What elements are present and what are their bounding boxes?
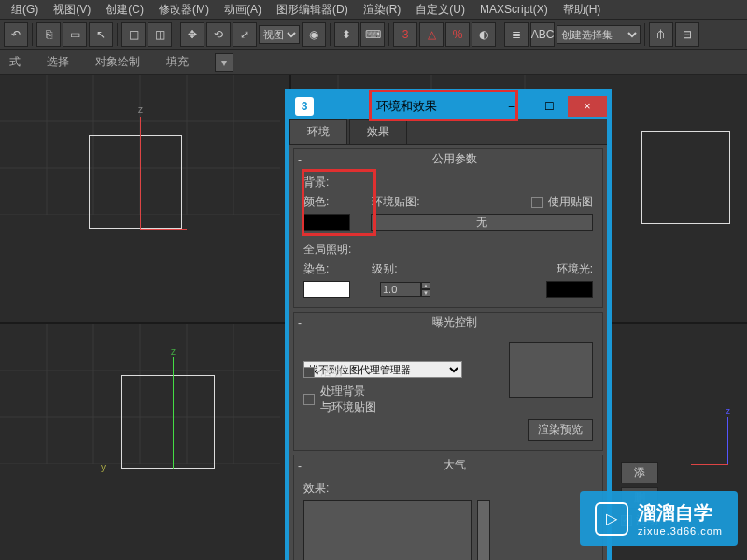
select-arrow-button[interactable]: ↖ xyxy=(89,22,113,47)
menu-group[interactable]: 组(G) xyxy=(4,2,46,18)
use-map-label: 使用贴图 xyxy=(548,194,593,210)
menu-modifiers[interactable]: 修改器(M) xyxy=(151,2,217,18)
use-map-checkbox[interactable] xyxy=(531,197,543,208)
maximize-button[interactable]: ☐ xyxy=(530,96,568,117)
collapse-icon[interactable]: - xyxy=(298,316,311,329)
keyboard-shortcut-button[interactable]: ⌨ xyxy=(360,22,385,47)
spinner-snap-button[interactable]: ◐ xyxy=(472,22,496,47)
named-selection-button[interactable]: ≣ xyxy=(504,22,529,47)
axis-z-label: z xyxy=(726,406,730,416)
collapse-icon[interactable]: - xyxy=(298,153,311,166)
collapse-icon[interactable]: - xyxy=(298,459,311,472)
ribbon-dropdown-icon[interactable]: ▾ xyxy=(215,53,233,72)
level-spinner[interactable]: ▲▼ xyxy=(380,282,430,297)
ambient-label: 环境光: xyxy=(557,261,593,277)
dialog-app-icon: 3 xyxy=(295,97,314,116)
menu-animation[interactable]: 动画(A) xyxy=(217,2,269,18)
play-icon: ▷ xyxy=(595,502,628,536)
snap-toggle-button[interactable]: 3 xyxy=(393,22,417,47)
minimize-button[interactable]: – xyxy=(493,96,530,117)
close-button[interactable]: × xyxy=(568,96,607,117)
menu-create[interactable]: 创建(C) xyxy=(98,2,151,18)
select-button[interactable]: ▭ xyxy=(63,22,87,47)
spinner-down-icon[interactable]: ▼ xyxy=(421,289,430,297)
color-label: 颜色: xyxy=(303,194,329,210)
env-map-button[interactable]: 无 xyxy=(371,214,593,231)
move-button[interactable]: ✥ xyxy=(180,22,204,47)
global-light-label: 全局照明: xyxy=(303,242,593,258)
active-checkbox[interactable] xyxy=(303,367,315,378)
reference-coord-select[interactable]: 视图 xyxy=(259,25,300,44)
crossing-select-button[interactable]: ◫ xyxy=(148,22,172,47)
axis-z xyxy=(727,417,728,464)
wireframe-box xyxy=(89,135,182,229)
dialog-tabs: 环境 效果 xyxy=(289,119,607,145)
section-title: 公用参数 xyxy=(311,151,599,167)
wireframe-box xyxy=(641,131,730,224)
menu-help[interactable]: 帮助(H) xyxy=(556,2,609,18)
ribbon-mode[interactable]: 式 xyxy=(9,54,21,70)
axis-z-label: z xyxy=(138,105,143,115)
tint-color-swatch[interactable] xyxy=(303,281,350,298)
section-atmosphere: - 大气 效果: xyxy=(293,455,603,560)
viewport-top-left[interactable]: z xyxy=(0,75,289,322)
tab-environment[interactable]: 环境 xyxy=(289,119,347,144)
scale-button[interactable]: ⤢ xyxy=(233,22,257,47)
pivot-button[interactable]: ◉ xyxy=(302,22,326,47)
process-bg-label: 处理背景 与环境贴图 xyxy=(320,384,376,415)
undo-button[interactable]: ↶ xyxy=(4,22,28,47)
link-button[interactable]: ⎘ xyxy=(36,22,61,47)
ambient-color-swatch[interactable] xyxy=(546,281,593,298)
dialog-title: 环境和效果 xyxy=(319,98,493,115)
rotate-button[interactable]: ⟲ xyxy=(206,22,231,47)
axis-x xyxy=(691,464,728,465)
manipulate-button[interactable]: ⬍ xyxy=(334,22,359,47)
menu-customize[interactable]: 自定义(U) xyxy=(408,2,472,18)
level-input[interactable] xyxy=(380,282,421,297)
align-button[interactable]: ⊟ xyxy=(675,22,699,47)
watermark: ▷ 溜溜自学 zixue.3d66.com xyxy=(580,491,738,546)
list-scrollbar[interactable] xyxy=(477,500,490,560)
angle-snap-button[interactable]: △ xyxy=(419,22,444,47)
section-title: 曝光控制 xyxy=(311,315,599,330)
menu-maxscript[interactable]: MAXScript(X) xyxy=(472,3,556,16)
ribbon-select[interactable]: 选择 xyxy=(47,54,69,70)
menu-view[interactable]: 视图(V) xyxy=(46,2,98,18)
ribbon-populate[interactable]: 填充 xyxy=(166,54,189,70)
active-label: 活动 xyxy=(320,364,343,380)
axis-z-label: z xyxy=(171,346,176,357)
menu-graph-editors[interactable]: 图形编辑器(D) xyxy=(269,2,356,18)
ribbon-bar: 式 选择 对象绘制 填充 ▾ xyxy=(0,50,747,75)
percent-snap-button[interactable]: % xyxy=(445,22,470,47)
watermark-url: zixue.3d66.com xyxy=(638,525,723,537)
wireframe-box xyxy=(121,375,215,469)
add-button[interactable]: 添 xyxy=(621,462,658,483)
exposure-preview xyxy=(509,342,593,398)
spinner-up-icon[interactable]: ▲ xyxy=(421,282,430,289)
atmosphere-effects-list[interactable] xyxy=(303,500,472,560)
viewport-bottom-left[interactable]: y z xyxy=(0,324,289,560)
menu-rendering[interactable]: 渲染(R) xyxy=(356,2,409,18)
process-bg-checkbox[interactable] xyxy=(303,394,315,405)
environment-effects-dialog: 3 环境和效果 – ☐ × 环境 效果 - 公用参数 背景: 颜色: 环境贴图: xyxy=(285,89,612,560)
background-color-swatch[interactable] xyxy=(303,214,350,231)
tint-label: 染色: xyxy=(303,261,329,277)
menu-bar: 组(G) 视图(V) 创建(C) 修改器(M) 动画(A) 图形编辑器(D) 渲… xyxy=(0,0,747,19)
dialog-titlebar[interactable]: 3 环境和效果 – ☐ × xyxy=(289,93,607,119)
watermark-title: 溜溜自学 xyxy=(638,500,723,525)
mirror-button[interactable]: ⫛ xyxy=(649,22,673,47)
background-label: 背景: xyxy=(303,175,593,190)
section-title: 大气 xyxy=(311,457,599,473)
window-select-button[interactable]: ◫ xyxy=(121,22,146,47)
section-common-params: - 公用参数 背景: 颜色: 环境贴图: 使用贴图 无 全局照明: xyxy=(293,148,603,308)
env-map-label: 环境贴图: xyxy=(372,194,419,210)
section-exposure: - 曝光控制 找不到位图代理管理器 活动 处理背景 与环境贴图 xyxy=(293,312,603,451)
render-preview-button[interactable]: 渲染预览 xyxy=(528,419,593,441)
tab-effects[interactable]: 效果 xyxy=(349,119,407,144)
axis-y-label: y xyxy=(101,462,106,472)
selection-set-select[interactable]: 创建选择集 xyxy=(557,25,641,44)
ribbon-object-paint[interactable]: 对象绘制 xyxy=(95,54,140,70)
selection-set-button[interactable]: ABC xyxy=(530,22,555,47)
effects-label: 效果: xyxy=(303,481,593,497)
main-toolbar: ↶ ⎘ ▭ ↖ ◫ ◫ ✥ ⟲ ⤢ 视图 ◉ ⬍ ⌨ 3 △ % ◐ ≣ ABC… xyxy=(0,19,747,50)
